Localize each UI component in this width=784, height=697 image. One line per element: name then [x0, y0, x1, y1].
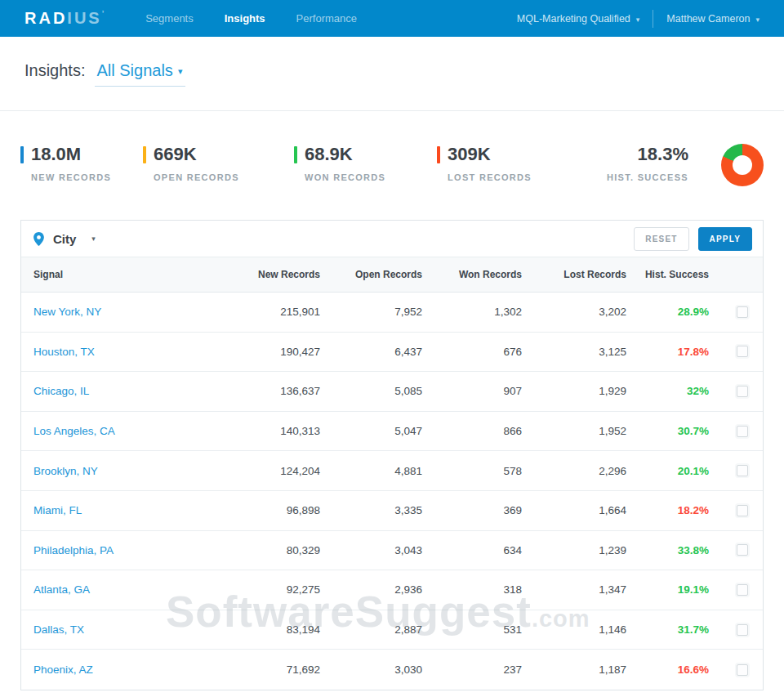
logo-mark: ’	[102, 9, 107, 17]
cell-won-records: 531	[435, 623, 535, 636]
cell-hist-success: 33.8%	[639, 544, 722, 556]
user-menu-dropdown[interactable]: Matthew Cameron▾	[666, 13, 760, 25]
row-checkbox[interactable]	[737, 505, 748, 516]
filter-dimension-dropdown[interactable]: City	[53, 232, 76, 246]
cell-hist-success: 19.1%	[639, 583, 722, 596]
cell-lost-records: 1,239	[535, 544, 639, 556]
table-row: Brooklyn, NY 124,204 4,881 578 2,296 20.…	[21, 451, 763, 491]
signal-link[interactable]: Los Angeles, CA	[33, 425, 115, 437]
kpi-label: NEW RECORDS	[31, 172, 111, 182]
cell-open-records: 4,881	[333, 465, 435, 477]
cell-new-records: 190,427	[227, 346, 333, 358]
nav-tab-insights[interactable]: Insights	[225, 12, 265, 25]
cell-open-records: 2,887	[333, 623, 435, 636]
row-checkbox[interactable]	[737, 544, 748, 556]
signal-link[interactable]: New York, NY	[33, 306, 101, 318]
row-checkbox[interactable]	[737, 584, 748, 596]
cell-new-records: 136,637	[227, 385, 333, 397]
kpi-value: 18.3%	[607, 144, 688, 165]
radius-logo[interactable]: RADIUS’	[24, 9, 106, 28]
cell-new-records: 140,313	[227, 425, 333, 437]
signal-link[interactable]: Houston, TX	[33, 346, 95, 358]
cell-new-records: 83,194	[227, 623, 333, 636]
column-header-won-records[interactable]: Won Records	[435, 269, 535, 280]
cell-won-records: 369	[435, 504, 535, 516]
chevron-down-icon[interactable]: ▾	[91, 235, 96, 243]
kpi-color-bar	[143, 146, 146, 163]
row-checkbox[interactable]	[737, 386, 748, 397]
cell-hist-success: 17.8%	[639, 346, 722, 358]
signal-link[interactable]: Brooklyn, NY	[33, 465, 98, 477]
cell-hist-success: 20.1%	[639, 465, 722, 477]
cell-open-records: 5,047	[333, 425, 435, 437]
cell-lost-records: 1,929	[535, 385, 639, 397]
signals-selector-dropdown[interactable]: All Signals▾	[95, 61, 185, 87]
signal-link[interactable]: Phoenix, AZ	[33, 663, 93, 676]
cell-lost-records: 3,202	[535, 306, 639, 318]
table-row: Miami, FL 96,898 3,335 369 1,664 18.2%	[21, 491, 763, 531]
table-row: Phoenix, AZ 71,692 3,030 237 1,187 16.6%	[21, 650, 763, 690]
cell-lost-records: 3,125	[535, 346, 639, 358]
filter-actions: RESET APPLY	[634, 227, 752, 251]
table-row: New York, NY 215,901 7,952 1,302 3,202 2…	[21, 293, 763, 333]
signal-link[interactable]: Atlanta, GA	[33, 583, 90, 596]
row-checkbox[interactable]	[737, 624, 748, 636]
apply-button[interactable]: APPLY	[698, 227, 752, 251]
signal-link[interactable]: Philadelphia, PA	[33, 544, 114, 556]
top-nav: RADIUS’ Segments Insights Performance MQ…	[0, 0, 784, 37]
cell-hist-success: 30.7%	[639, 425, 722, 437]
cell-hist-success: 18.2%	[639, 504, 722, 516]
cell-new-records: 71,692	[227, 663, 333, 676]
cell-open-records: 7,952	[333, 306, 435, 318]
column-header-lost-records[interactable]: Lost Records	[535, 269, 639, 280]
cell-new-records: 96,898	[227, 504, 333, 516]
cell-lost-records: 1,146	[535, 623, 639, 636]
chevron-down-icon: ▾	[636, 16, 640, 24]
signal-link[interactable]: Chicago, IL	[33, 385, 89, 397]
kpi-label: HIST. SUCCESS	[607, 172, 688, 182]
cell-lost-records: 1,187	[535, 663, 639, 676]
nav-tabs: Segments Insights Performance	[145, 12, 357, 25]
nav-divider	[653, 10, 653, 28]
cell-open-records: 3,030	[333, 663, 435, 676]
row-checkbox[interactable]	[737, 306, 748, 318]
donut-hole	[733, 155, 752, 175]
row-checkbox[interactable]	[737, 426, 748, 437]
segment-selector-dropdown[interactable]: MQL-Marketing Qualified▾	[517, 13, 639, 25]
cell-lost-records: 1,664	[535, 504, 639, 516]
kpi-open-records: 669K OPEN RECORDS	[143, 144, 294, 182]
nav-tab-performance[interactable]: Performance	[296, 12, 357, 25]
table-header-row: Signal New Records Open Records Won Reco…	[21, 257, 763, 293]
row-checkbox[interactable]	[737, 465, 748, 476]
kpi-hist-success: 18.3% HIST. SUCCESS	[607, 144, 688, 182]
signal-link[interactable]: Miami, FL	[33, 504, 82, 516]
cell-new-records: 92,275	[227, 583, 333, 596]
kpi-new-records: 18.0M NEW RECORDS	[20, 144, 143, 182]
cell-hist-success: 28.9%	[639, 306, 722, 318]
cell-won-records: 578	[435, 465, 535, 477]
cell-won-records: 318	[435, 583, 535, 596]
page-header: Insights: All Signals▾	[0, 37, 784, 111]
cell-open-records: 3,335	[333, 504, 435, 516]
cell-won-records: 634	[435, 544, 535, 556]
cell-won-records: 1,302	[435, 306, 535, 318]
signals-card: City ▾ RESET APPLY Signal New Records Op…	[20, 220, 764, 690]
column-header-open-records[interactable]: Open Records	[333, 269, 435, 280]
cell-new-records: 215,901	[227, 306, 333, 318]
column-header-new-records[interactable]: New Records	[227, 269, 333, 280]
kpi-label: OPEN RECORDS	[154, 172, 239, 182]
row-checkbox[interactable]	[737, 346, 748, 357]
cell-open-records: 2,936	[333, 583, 435, 596]
nav-tab-segments[interactable]: Segments	[145, 12, 194, 25]
cell-open-records: 5,085	[333, 385, 435, 397]
kpi-value: 309K	[448, 144, 532, 165]
cell-hist-success: 32%	[639, 385, 722, 397]
row-checkbox[interactable]	[737, 664, 748, 676]
cell-lost-records: 1,347	[535, 583, 639, 596]
column-header-hist-success[interactable]: Hist. Success	[639, 269, 722, 280]
reset-button[interactable]: RESET	[634, 227, 688, 251]
cell-lost-records: 2,296	[535, 465, 639, 477]
signal-link[interactable]: Dallas, TX	[33, 623, 84, 636]
column-header-signal[interactable]: Signal	[21, 269, 227, 280]
page: RADIUS’ Segments Insights Performance MQ…	[0, 0, 784, 697]
